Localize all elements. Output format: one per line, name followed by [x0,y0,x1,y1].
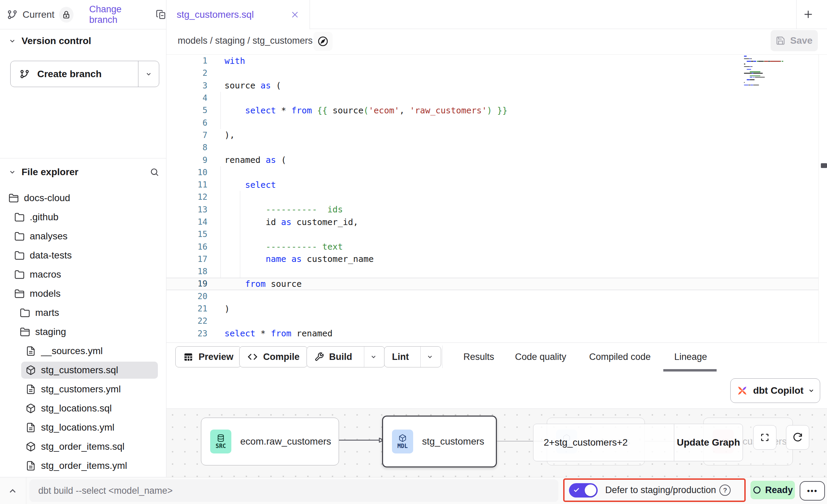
build-button[interactable]: Build [307,346,385,367]
code-line[interactable]: 3source as ( [166,80,818,92]
file-tree-item[interactable]: stg_order_items.sql [0,437,165,456]
code-text: source as ( [212,81,281,90]
file-tree-item[interactable]: stg_customers.yml [0,380,165,399]
version-control-title: Version control [22,36,91,46]
code-line[interactable]: 7), [166,129,818,141]
file-explorer-header[interactable]: File explorer [9,167,159,178]
tab-lineage[interactable]: Lineage [674,352,707,362]
code-line[interactable]: 1with [166,55,818,67]
lineage-node-stg-customers[interactable]: MDL stg_customers [382,416,497,467]
dbt-copilot-button[interactable]: dbt Copilot [730,378,820,403]
create-branch-menu[interactable] [138,71,159,78]
minimap-line [753,73,762,74]
code-line[interactable]: 6 [166,116,818,129]
file-tree-item[interactable]: stg_locations.sql [0,399,165,418]
change-branch-link[interactable]: Change branch [89,4,146,25]
code-line[interactable]: 19 from source [166,278,818,290]
lint-menu-chevron[interactable] [420,347,433,367]
badge-label: SRC [216,443,226,449]
minimap-line [748,85,750,86]
table-icon [183,352,193,362]
file-tree-item[interactable]: __sources.yml [0,341,165,361]
file-tree-item[interactable]: .github [0,208,165,227]
lint-button[interactable]: Lint [384,346,441,367]
command-placeholder: dbt build --select <model_name> [38,486,173,496]
code-line[interactable]: 17 name as customer_name [166,253,818,265]
minimap-line [747,61,751,62]
code-line[interactable]: 2 [166,67,818,79]
code-line[interactable]: 14 id as customer_id, [166,216,818,228]
file-tree-item[interactable]: models [0,284,165,303]
close-icon[interactable] [290,10,299,19]
active-tab-underline [663,369,717,372]
file-tree-item[interactable]: macros [0,265,165,284]
badge-label: MDL [397,443,408,449]
lineage-selector-input[interactable]: 2+stg_customers+2 [533,424,674,461]
version-control-header[interactable]: Version control [9,36,91,46]
code-line[interactable]: 18 [166,265,818,278]
lineage-node-source[interactable]: SRC ecom.raw_customers [201,418,339,465]
code-line[interactable]: 20 [166,290,818,303]
file-icon [26,422,36,433]
new-tab-button[interactable] [803,9,814,20]
file-tree-item[interactable]: stg_locations.yml [0,418,165,437]
fullscreen-button[interactable] [753,425,776,450]
file-tree-item[interactable]: docs-cloud [0,188,165,208]
divider [818,55,819,342]
code-line[interactable]: 21) [166,303,818,315]
folder-icon [14,231,25,241]
compile-button[interactable]: Compile [239,346,308,367]
command-input[interactable]: dbt build --select <model_name> [29,479,558,502]
code-line[interactable]: 8 [166,141,818,154]
file-tree-item[interactable]: marts [0,303,165,322]
copy-icon[interactable] [156,10,166,20]
code-editor[interactable]: 1with23source as (45 select * from {{ so… [166,55,818,342]
code-line[interactable]: 23select * from renamed [166,327,818,340]
node-label: ecom.raw_customers [240,436,331,447]
divider [0,158,166,158]
file-tree-item[interactable]: stg_customers.sql [0,361,165,380]
chevron-up-icon[interactable] [8,486,18,496]
build-menu-chevron[interactable] [364,347,377,367]
branch-bar: Current Change branch [0,0,166,29]
minimap-line [744,56,747,57]
create-branch-button[interactable]: Create branch [10,61,159,87]
line-number: 9 [166,155,212,165]
editor-toolbar: Preview Compile Build Lint ResultsCode q… [166,342,827,372]
save-button[interactable]: Save [771,30,818,51]
tab-results[interactable]: Results [463,352,494,362]
tab-code-quality[interactable]: Code quality [515,352,566,362]
file-tree-item[interactable]: analyses [0,227,165,246]
minimap[interactable] [735,56,818,162]
code-line[interactable]: 12 [166,191,818,203]
tab-compiled-code[interactable]: Compiled code [589,352,651,362]
compile-label: Compile [263,352,300,362]
code-line[interactable]: 13 ---------- ids [166,204,818,216]
tab-stg-customers-sql[interactable]: stg_customers.sql [166,0,310,29]
help-icon[interactable]: ? [719,485,731,496]
search-icon[interactable] [150,167,159,177]
file-tree-item[interactable]: data-tests [0,246,165,265]
code-line[interactable]: 5 select * from {{ source('ecom', 'raw_c… [166,104,818,116]
file-tree-item[interactable]: staging [0,322,165,341]
folderOpen-icon [14,289,25,299]
code-line[interactable]: 24 [166,340,818,342]
more-options-button[interactable]: ••• [800,481,825,501]
scrollbar-thumb[interactable] [821,163,827,168]
code-line[interactable]: 11 select [166,179,818,191]
code-line[interactable]: 10 [166,166,818,179]
preview-button[interactable]: Preview [175,346,241,367]
chevron-down-icon [9,168,16,176]
defer-toggle[interactable] [569,483,598,498]
copilot-compass-button[interactable] [313,32,333,51]
minimap-line [758,61,763,62]
code-line[interactable]: 16 ---------- text [166,240,818,253]
code-line[interactable]: 9renamed as ( [166,154,818,166]
code-line[interactable]: 4 [166,92,818,104]
branch-lock-badge [59,7,73,23]
file-tree-item[interactable]: stg_order_items.yml [0,456,165,475]
code-line[interactable]: 22 [166,315,818,327]
code-line[interactable]: 15 [166,228,818,240]
update-graph-button[interactable]: Update Graph [674,424,743,461]
refresh-button[interactable] [786,425,809,450]
